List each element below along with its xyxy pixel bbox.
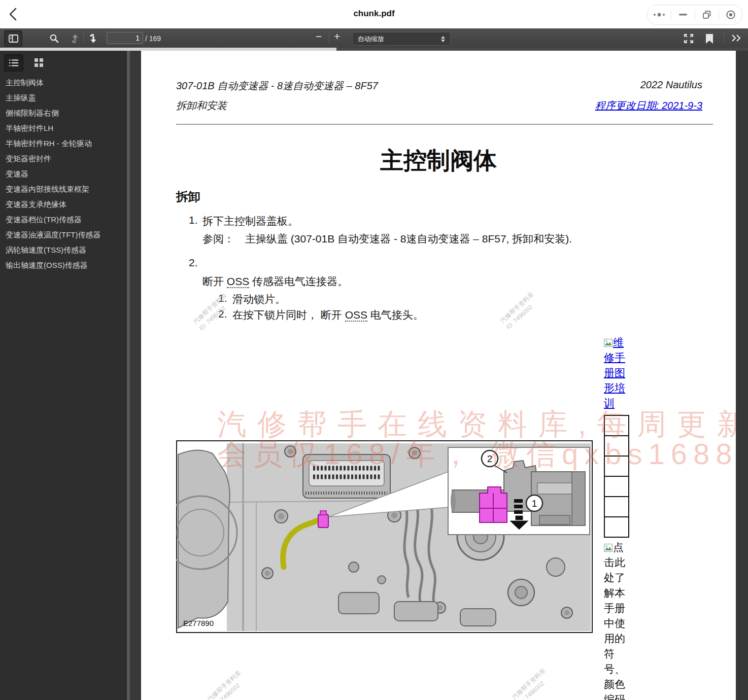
zoom-level-label: 自动缩放	[358, 34, 384, 44]
step-number: 1.	[189, 214, 198, 226]
outline-item[interactable]: 变矩器密封件	[0, 151, 127, 166]
outline-item[interactable]: 变速器油液温度(TFT)传感器	[0, 227, 127, 242]
substep-text-segment: 在按下锁片同时， 断开	[232, 309, 345, 321]
outline-item[interactable]: 变速器	[0, 166, 127, 182]
step-reference: 参阅： 主操纵盖 (307-01B 自动变速器 - 8速自动变速器 – 8F57…	[202, 232, 572, 246]
toolbar-divider	[83, 32, 84, 44]
step-text: 拆下主控制器盖板。	[202, 214, 298, 228]
header-divider	[176, 124, 713, 125]
symbol-table-cell	[604, 415, 629, 436]
outline-item[interactable]: 主操纵盖	[0, 90, 127, 106]
window-titlebar: chunk.pdf	[0, 0, 748, 28]
technical-figure: 2 1 E277890	[176, 440, 593, 633]
symbol-table-cell	[604, 516, 629, 538]
substep-text-segment: 电气接头。	[367, 309, 424, 321]
watermark-stamp: 汽修帮手资料库 ID: 7496002	[498, 290, 541, 331]
doc-header-right-model: 2022 Nautilus	[640, 79, 702, 91]
step-text-segment: 断开	[202, 275, 227, 287]
outline-view-button[interactable]	[4, 54, 23, 72]
window-capsule	[647, 5, 742, 25]
minimize-icon	[679, 14, 687, 16]
symbol-table-cell	[604, 435, 629, 457]
slide-lock-dashes	[514, 499, 523, 514]
procedure-revision-date-link[interactable]: 程序更改日期: 2021-9-3	[595, 99, 702, 113]
close-target-button[interactable]	[720, 6, 742, 24]
manual-graphics-training-link[interactable]: 维 修手 册图 形培 训	[604, 335, 634, 411]
toolbar-divider	[724, 32, 724, 44]
capsule-divider	[671, 10, 671, 20]
capsule-divider	[719, 10, 719, 20]
doc-header-left-line2: 拆卸和安装	[176, 99, 227, 113]
search-button[interactable]	[48, 32, 60, 45]
toolbar-divider	[329, 32, 329, 44]
minimize-button[interactable]	[672, 6, 694, 24]
step-number: 2.	[189, 257, 198, 269]
watermark-stamp: 汽修帮手资料库 ID: 7496002	[191, 291, 234, 332]
document-title: chunk.pdf	[0, 9, 748, 19]
outline-item[interactable]: 变速器档位(TR)传感器	[0, 212, 127, 227]
outline-item[interactable]: 主控制阀体	[0, 75, 127, 90]
arrow-up-icon	[70, 33, 80, 44]
symbol-table-cell	[604, 456, 629, 477]
sidebar-toggle-icon	[9, 34, 18, 43]
note-text: 点 击此 处了 解本 手册 中使 用的 符 号、 颜色 编码	[604, 541, 625, 700]
presentation-mode-button[interactable]	[682, 32, 695, 45]
substep-number: 2.	[218, 308, 227, 320]
link-text: 维 修手 册图 形培 训	[604, 336, 625, 409]
callout-1: 1	[532, 498, 537, 509]
doc-header-left-line1: 307-01B 自动变速器 - 8速自动变速器 – 8F57	[176, 79, 378, 93]
symbols-legend-note: 点 击此 处了 解本 手册 中使 用的 符 号、 颜色 编码	[604, 540, 634, 700]
zoom-in-button[interactable]: +	[334, 30, 340, 43]
more-options-button[interactable]	[648, 6, 670, 24]
watermark-line1: 汽修帮手在线资料库,每周更新	[217, 405, 736, 444]
watermark-stamp: 汽修帮手资料库 ID: 7496002	[510, 667, 553, 700]
outline-list: 主控制阀体 主操纵盖 侧倾限制器右侧 半轴密封件LH 半轴密封件RH - 全轮驱…	[0, 75, 127, 273]
substep-text: 在按下锁片同时， 断开 OSS 电气接头。	[232, 308, 424, 322]
callout-2: 2	[487, 453, 493, 464]
restore-window-button[interactable]	[696, 6, 718, 24]
sidebar: 主控制阀体 主操纵盖 侧倾限制器右侧 半轴密封件LH 半轴密封件RH - 全轮驱…	[0, 51, 127, 700]
outline-item[interactable]: 输出轴速度(OSS)传感器	[0, 258, 127, 273]
symbol-table-cell	[604, 496, 629, 517]
broken-image-icon	[604, 541, 613, 549]
pdf-toolbar: / 169 − + 自动缩放	[0, 28, 748, 48]
outline-item[interactable]: 半轴密封件RH - 全轮驱动	[0, 136, 127, 151]
outline-item[interactable]: 侧倾限制器右侧	[0, 106, 127, 121]
restore-icon	[702, 10, 711, 19]
sidebar-toggle-button[interactable]	[4, 30, 22, 47]
more-tools-button[interactable]	[730, 32, 743, 44]
oss-abbreviation: OSS	[227, 275, 249, 288]
watermark-stamp: 汽修帮手资料库 ID: 7496002	[206, 669, 249, 700]
substep-text: 滑动锁片。	[232, 292, 286, 306]
target-icon	[726, 10, 736, 20]
arrow-down-icon	[88, 33, 98, 44]
figure-reference-label: E277890	[183, 619, 214, 627]
zoom-level-select[interactable]: 自动缩放	[352, 32, 451, 46]
symbol-table-cell	[604, 476, 629, 497]
outline-item[interactable]: 变速器内部接线线束框架	[0, 182, 127, 197]
step-text: 断开 OSS 传感器电气连接器。	[202, 274, 348, 289]
figure-inset: 2 1	[448, 447, 590, 535]
page-count-label: / 169	[145, 34, 161, 43]
capsule-divider	[695, 10, 695, 20]
page-title: 主控制阀体	[141, 145, 736, 177]
bookmark-button[interactable]	[704, 32, 715, 45]
symbol-table	[604, 415, 629, 538]
section-heading: 拆卸	[176, 189, 200, 205]
outline-item[interactable]: 涡轮轴速度(TSS)传感器	[0, 242, 127, 258]
substep-number: 1.	[218, 292, 227, 304]
bookmark-icon	[706, 34, 713, 44]
thumbnails-view-button[interactable]	[29, 54, 48, 71]
broken-image-icon	[604, 336, 613, 344]
outline-item[interactable]: 变速器支承绝缘体	[0, 197, 127, 212]
thumbnails-icon	[35, 58, 43, 67]
pdf-page: 307-01B 自动变速器 - 8速自动变速器 – 8F57 拆卸和安装 202…	[141, 51, 736, 700]
search-icon	[49, 33, 59, 44]
previous-page-button[interactable]	[69, 32, 81, 45]
fullscreen-icon	[683, 33, 694, 44]
next-page-button[interactable]	[87, 32, 99, 45]
zoom-out-button[interactable]: −	[316, 30, 322, 43]
outline-item[interactable]: 半轴密封件LH	[0, 121, 127, 136]
valve-body-illustration: 2 1 E277890	[176, 440, 593, 633]
page-number-input[interactable]	[107, 32, 143, 44]
